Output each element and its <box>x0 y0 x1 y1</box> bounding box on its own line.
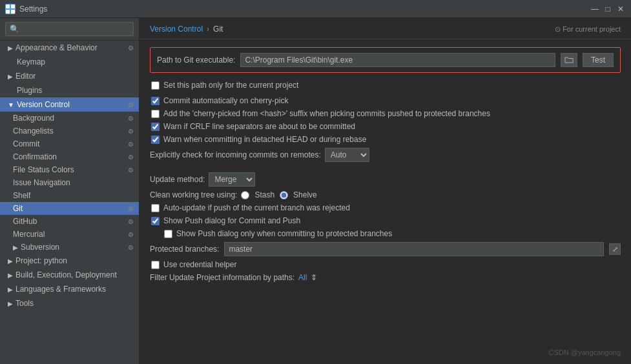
sidebar: ▶ Appearance & Behavior ⚙ Keymap ▶ Edito… <box>0 18 140 364</box>
sidebar-item-label: GitHub <box>13 217 37 226</box>
expand-arrow: ▼ <box>8 101 14 108</box>
sidebar-item-changelists[interactable]: Changelists ⚙ <box>0 125 139 137</box>
hash-suffix-checkbox[interactable] <box>151 110 160 118</box>
sidebar-item-subversion[interactable]: ▶ Subversion ⚙ <box>0 241 139 254</box>
browse-folder-button[interactable] <box>561 53 577 67</box>
stash-radio[interactable] <box>241 191 249 199</box>
show-push-dialog-checkbox[interactable] <box>151 217 160 225</box>
svg-rect-1 <box>11 5 15 8</box>
settings-icon: ⚙ <box>128 128 134 135</box>
sidebar-item-issue-navigation[interactable]: Issue Navigation <box>0 176 139 189</box>
sidebar-item-label: Shelf <box>13 191 30 200</box>
settings-icon: ⚙ <box>128 167 134 174</box>
sidebar-item-background[interactable]: Background ⚙ <box>0 112 139 125</box>
credential-helper-checkbox[interactable] <box>151 261 160 269</box>
show-push-dialog-protected-row: Show Push dialog only when committing to… <box>150 229 621 238</box>
sidebar-item-github[interactable]: GitHub ⚙ <box>0 215 139 228</box>
sidebar-item-label: Mercurial <box>13 230 45 239</box>
settings-window: Settings — □ ✕ ▶ Appearance & Behavior ⚙… <box>0 0 631 364</box>
sidebar-item-project-python[interactable]: ▶ Project: python <box>0 254 139 268</box>
auto-update-checkbox[interactable] <box>151 204 160 212</box>
protected-branches-label: Protected branches: <box>150 245 219 254</box>
sidebar-item-languages[interactable]: ▶ Languages & Frameworks <box>0 282 139 296</box>
breadcrumb-version-control[interactable]: Version Control <box>150 25 203 34</box>
show-push-dialog-protected-checkbox[interactable] <box>164 230 172 238</box>
update-method-row: Update method: Merge Rebase <box>150 172 621 187</box>
set-path-checkbox[interactable] <box>151 81 160 90</box>
auto-update-row: Auto-update if push of the current branc… <box>150 203 621 212</box>
test-button[interactable]: Test <box>583 53 614 67</box>
sidebar-item-confirmation[interactable]: Confirmation ⚙ <box>0 150 139 163</box>
breadcrumb: Version Control › Git ⊙ For current proj… <box>140 18 631 39</box>
settings-icon: ⚙ <box>128 244 134 251</box>
incoming-commits-label: Explicitly check for incoming commits on… <box>150 150 321 159</box>
expand-arrow: ▶ <box>8 73 13 80</box>
credential-helper-label: Use credential helper <box>163 260 236 269</box>
filter-arrow: ⇕ <box>311 273 317 282</box>
hash-suffix-row: Add the 'cherry-picked from <hash>' suff… <box>150 109 621 118</box>
sidebar-item-shelf[interactable]: Shelf <box>0 189 139 202</box>
hash-suffix-label: Add the 'cherry-picked from <hash>' suff… <box>163 109 490 118</box>
cherry-pick-row: Commit automatically on cherry-pick <box>150 96 621 105</box>
sidebar-item-build[interactable]: ▶ Build, Execution, Deployment <box>0 268 139 282</box>
cherry-pick-checkbox[interactable] <box>151 97 160 105</box>
maximize-button[interactable]: □ <box>603 4 613 14</box>
sidebar-item-label: Languages & Frameworks <box>16 285 106 294</box>
credential-helper-row: Use credential helper <box>150 260 621 269</box>
crlf-label: Warn if CRLF line separators are about t… <box>163 122 355 131</box>
main-panel: Version Control › Git ⊙ For current proj… <box>140 18 631 364</box>
sidebar-item-git[interactable]: Git ⚙ <box>0 202 139 215</box>
search-box <box>0 18 139 41</box>
svg-rect-2 <box>6 10 10 14</box>
incoming-commits-select[interactable]: Auto Always Never <box>325 148 369 162</box>
window-title: Settings <box>19 5 590 14</box>
sidebar-item-label: Project: python <box>16 256 67 265</box>
show-push-dialog-row: Show Push dialog for Commit and Push <box>150 216 621 225</box>
stash-label: Stash <box>254 190 274 199</box>
show-push-dialog-protected-label: Show Push dialog only when committing to… <box>176 229 392 238</box>
sidebar-item-editor[interactable]: ▶ Editor <box>0 69 139 83</box>
sidebar-item-tools[interactable]: ▶ Tools <box>0 296 139 310</box>
incoming-commits-row: Explicitly check for incoming commits on… <box>150 148 621 162</box>
git-path-section: Path to Git executable: Test <box>150 47 621 73</box>
update-method-select[interactable]: Merge Rebase <box>209 172 255 187</box>
show-push-dialog-label: Show Push dialog for Commit and Push <box>163 216 300 225</box>
expand-arrow: ▶ <box>8 258 13 265</box>
auto-update-label: Auto-update if push of the current branc… <box>163 203 350 212</box>
sidebar-item-label: Editor <box>16 72 36 81</box>
breadcrumb-project[interactable]: ⊙ For current project <box>555 25 621 34</box>
crlf-checkbox[interactable] <box>151 123 160 131</box>
sidebar-item-appearance[interactable]: ▶ Appearance & Behavior ⚙ <box>0 41 139 55</box>
sidebar-item-label: Build, Execution, Deployment <box>16 270 117 279</box>
search-input[interactable] <box>5 22 134 36</box>
sidebar-item-mercurial[interactable]: Mercurial ⚙ <box>0 228 139 241</box>
watermark: CSDN @yangcangong <box>549 349 621 356</box>
minimize-button[interactable]: — <box>590 4 600 14</box>
sidebar-item-label: Plugins <box>17 86 42 95</box>
expand-branches-button[interactable]: ⤢ <box>609 243 621 255</box>
filter-all-link[interactable]: All <box>298 273 307 282</box>
sidebar-item-label: Issue Navigation <box>13 178 70 187</box>
titlebar: Settings — □ ✕ <box>0 0 631 18</box>
main-content: ▶ Appearance & Behavior ⚙ Keymap ▶ Edito… <box>0 18 631 364</box>
git-path-input[interactable] <box>240 53 555 67</box>
close-button[interactable]: ✕ <box>615 4 626 14</box>
detached-head-checkbox[interactable] <box>151 136 160 144</box>
expand-arrow: ▶ <box>8 300 13 307</box>
sidebar-item-label: Subversion <box>21 243 59 252</box>
shelve-radio[interactable] <box>280 191 288 199</box>
settings-icon: ⚙ <box>128 154 134 161</box>
breadcrumb-separator: › <box>207 25 209 34</box>
sidebar-item-label: Version Control <box>17 100 70 109</box>
sidebar-item-keymap[interactable]: Keymap <box>0 55 139 69</box>
sidebar-item-version-control[interactable]: ▼ Version Control ⚙ <box>0 97 139 112</box>
cherry-pick-label: Commit automatically on cherry-pick <box>163 96 288 105</box>
settings-icon: ⚙ <box>128 231 134 238</box>
expand-arrow: ▶ <box>8 272 13 279</box>
sidebar-item-file-status-colors[interactable]: File Status Colors ⚙ <box>0 163 139 176</box>
protected-branches-input[interactable] <box>224 242 604 256</box>
filter-update-row: Filter Update Project information by pat… <box>150 273 621 282</box>
sidebar-item-commit[interactable]: Commit ⚙ <box>0 137 139 150</box>
sidebar-item-plugins[interactable]: Plugins <box>0 83 139 97</box>
settings-icon: ⚙ <box>128 115 134 122</box>
